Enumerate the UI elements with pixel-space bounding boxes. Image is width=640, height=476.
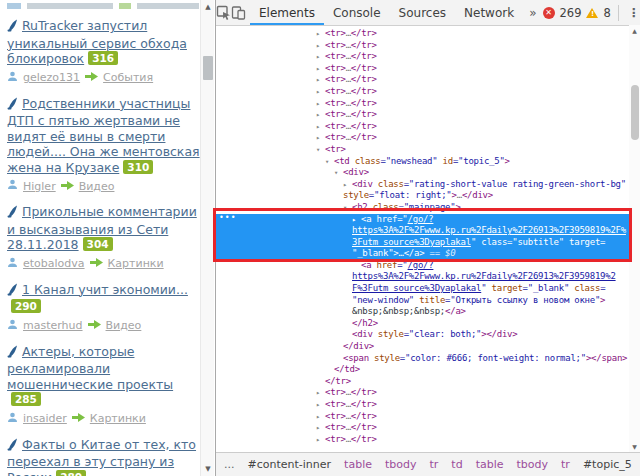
scroll-up-icon[interactable]: ▲ [201,1,215,13]
devtools-menu-icon[interactable]: ⋮ [626,1,640,25]
dom-node[interactable]: ▾<div> [216,167,629,179]
dom-node[interactable]: ▾<tr> [216,144,629,156]
breadcrumb-item[interactable]: table [344,458,372,471]
tab-sources[interactable]: Sources [390,1,455,25]
post-title-link[interactable]: Актеры, которые рекламировали мошенничес… [7,344,173,392]
user-link[interactable] [27,3,113,9]
post-item: 1 Канал учит экономии...290masterhudВиде… [7,282,200,333]
breadcrumb-item[interactable]: #content-inner [248,458,332,471]
dom-node[interactable]: ▸<tr>…</tr> [216,399,629,411]
code-segment: target [492,283,523,293]
dom-node[interactable]: F%3Futm_source%3Dyaplakal" target="_blan… [216,283,629,295]
scroll-down-icon[interactable]: ▼ [629,441,640,452]
dom-node[interactable]: style="float: right;">…</div> [216,190,629,202]
code-segment: ="_blank" [523,283,570,293]
code-segment: <tr> [325,40,346,50]
code-segment: </tr> [351,74,377,84]
breadcrumb-item[interactable]: ... [224,458,235,471]
code-segment: = [600,237,605,247]
warning-count[interactable]: 8 [603,6,610,20]
breadcrumb-item[interactable]: td [451,458,462,471]
dom-node[interactable]: https%3A%2F%2Fwww.kp.ru%2Fdaily%2F26913%… [216,271,629,283]
breadcrumb-item[interactable]: tr [561,458,570,471]
dom-node[interactable]: <div style="clear: both;"></div> [216,329,629,341]
dom-node-selected[interactable]: https%3A%2F%2Fwww.kp.ru%2Fdaily%2F26913%… [216,225,629,237]
dom-node[interactable]: ▸<div class="rating-short-value rating-g… [216,179,629,191]
dom-node[interactable]: ▸<tr>…</tr> [216,132,629,144]
code-segment: id [443,156,453,166]
page-scrollbar-thumb[interactable] [203,56,213,80]
devtools-scrollbar[interactable]: ▲ ▼ [629,25,640,452]
breadcrumb-item[interactable]: tbody [385,458,417,471]
dom-node[interactable]: ▾<td class="newshead" id="topic_5"> [216,156,629,168]
devtools-panel: ElementsConsoleSourcesNetwork » ✕ 269 ! … [215,0,640,476]
post-title-link[interactable]: Родственники участницы ДТП с пятью жертв… [7,96,200,175]
inspect-element-icon[interactable] [216,1,231,25]
post-title-link[interactable]: 1 Канал учит экономии... [22,282,188,297]
dom-node[interactable]: ▸<tr>…</tr> [216,422,629,434]
dom-node[interactable]: ▸<tr>…</tr> [216,434,629,446]
post-icon [7,19,18,36]
dom-node-selected[interactable]: "_blank">…</a> == $0 [216,248,629,260]
error-icon[interactable]: ✕ [543,7,555,19]
dom-node[interactable]: </h2> [216,318,629,330]
error-count[interactable]: 269 [560,6,582,20]
post-item: Факты о Китае от тех, кто переехал в эту… [7,437,200,476]
dom-node[interactable]: "new-window" title="Открыть ссылку в нов… [216,295,629,307]
dom-node-selected[interactable]: 3Futm_source%3Dyaplakal" class="subtitle… [216,237,629,249]
dom-node[interactable]: ▸<tr>…</tr> [216,74,629,86]
breadcrumb-item[interactable]: tbody [517,458,549,471]
dom-node-selected[interactable]: •••▸<a href="/go/? [216,214,629,226]
breadcrumb-item[interactable]: tr [430,458,439,471]
user-link[interactable]: insaider [23,412,67,425]
dom-node[interactable]: <span style="color: #666; font-weight: n… [216,353,629,365]
dom-node[interactable]: ▸<tr>…</tr> [216,411,629,423]
more-tabs-chevron[interactable]: » [523,6,542,20]
category-link[interactable]: Картинки [108,257,164,270]
device-toolbar-icon[interactable] [231,1,246,25]
devtools-scrollbar-thumb[interactable] [631,85,639,140]
code-segment: <a [361,214,377,224]
dom-node[interactable]: ▸<tr>…</tr> [216,387,629,399]
rating-badge: 316 [88,51,118,65]
dom-node[interactable]: </td> [216,364,629,376]
category-link[interactable]: Видео [79,180,115,193]
tab-elements[interactable]: Elements [250,1,324,25]
page-scrollbar[interactable]: ▲ ▼ [200,0,214,476]
code-segment: </tr> [351,121,377,131]
dom-node[interactable]: ▸<tr>…</tr> [216,98,629,110]
post-title-link[interactable]: Факты о Китае от тех, кто переехал в эту… [7,437,196,476]
dom-node[interactable]: ▸<tr>…</tr> [216,28,629,40]
tab-console[interactable]: Console [324,1,390,25]
category-link[interactable] [137,3,199,9]
breadcrumb-item[interactable]: table [476,458,504,471]
dom-node[interactable]: ▸<tr>…</tr> [216,109,629,121]
user-link[interactable]: etobalodva [23,257,85,270]
dom-node[interactable]: &nbsp;&nbsp;&nbsp;</a> [216,306,629,318]
code-segment: <tr> [325,387,346,397]
arrow-icon [88,319,101,332]
dom-node[interactable]: </div> [216,341,629,353]
expand-arrow-icon[interactable]: ▸ [316,435,325,447]
code-segment: <a [361,260,377,270]
category-link[interactable]: Видео [106,319,142,332]
dom-node[interactable]: ▸<tr>…</tr> [216,86,629,98]
scroll-down-icon[interactable]: ▼ [201,463,215,475]
category-link[interactable]: Картинки [90,412,146,425]
node-options-grip-icon[interactable]: ••• [219,212,236,224]
user-link[interactable]: gelezo131 [23,71,80,84]
dom-node[interactable]: ▸<tr>…</tr> [216,40,629,52]
dom-node[interactable]: </tr> [216,376,629,388]
dom-node[interactable]: ▾<h2 class="mainpage"> [216,202,629,214]
tab-network[interactable]: Network [455,1,523,25]
dom-node[interactable]: <a href="/go/? [216,260,629,272]
dom-node[interactable]: ▸<tr>…</tr> [216,51,629,63]
user-link[interactable]: Higler [23,180,56,193]
warning-icon[interactable]: ! [586,8,598,18]
dom-node[interactable]: ▸<tr>…</tr> [216,63,629,75]
scroll-up-icon[interactable]: ▲ [629,25,640,36]
category-link[interactable]: События [103,71,153,84]
dom-node[interactable]: ▸<tr>…</tr> [216,121,629,133]
user-link[interactable]: masterhud [23,319,83,332]
breadcrumb-item[interactable]: #topic_5 [583,458,632,471]
